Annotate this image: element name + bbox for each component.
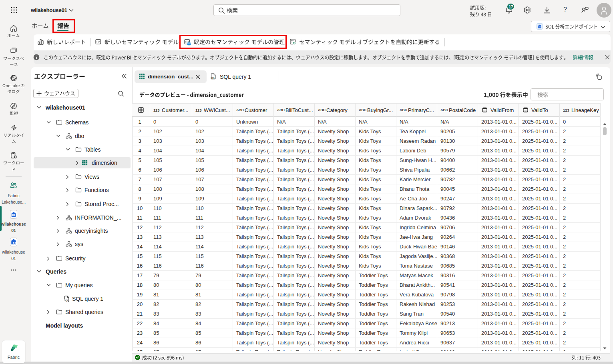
svg-text:SQL: SQL xyxy=(64,299,68,302)
svg-text:SQL: SQL xyxy=(211,77,215,79)
